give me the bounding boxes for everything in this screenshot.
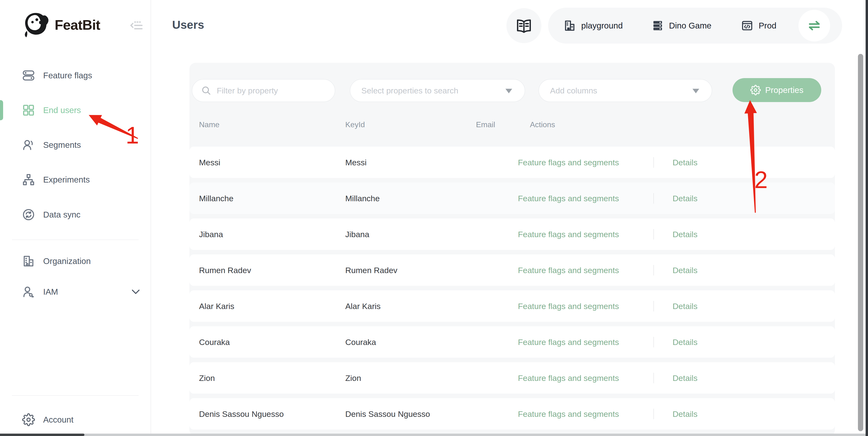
add-columns-dropdown[interactable]: Add columns (538, 79, 712, 102)
feature-flags-and-segments-link[interactable]: Feature flags and segments (518, 373, 619, 382)
action-divider (653, 373, 654, 383)
sidebar-collapse-icon[interactable] (129, 18, 144, 33)
environment-name: Prod (759, 21, 776, 30)
properties-button-label: Properties (765, 85, 804, 95)
table-row: Denis Sassou Nguesso Denis Sassou Nguess… (189, 398, 835, 430)
cell-keyid: Zion (345, 373, 361, 382)
search-icon (201, 85, 212, 96)
table-row: Millanche Millanche Feature flags and se… (189, 182, 835, 214)
env-group-name: Dino Game (669, 21, 711, 30)
sidebar-item-data-sync[interactable]: Data sync (0, 202, 151, 227)
sidebar-item-label: Data sync (43, 210, 81, 220)
column-header-keyid: KeyId (345, 120, 365, 129)
details-link[interactable]: Details (673, 265, 698, 275)
featbit-wordmark: FeatBit (55, 17, 100, 33)
feature-flags-and-segments-link[interactable]: Feature flags and segments (518, 409, 619, 418)
page-title: Users (172, 18, 204, 31)
sidebar-item-label: IAM (43, 287, 58, 297)
cell-name: Jibana (199, 230, 223, 239)
properties-button[interactable]: Properties (733, 78, 821, 102)
documentation-button[interactable] (506, 8, 541, 43)
details-link[interactable]: Details (673, 337, 698, 347)
horizontal-scrollbar[interactable] (0, 434, 84, 436)
environment-switcher: playground Dino Game (548, 8, 842, 44)
details-link[interactable]: Details (673, 373, 698, 382)
feature-flags-and-segments-link[interactable]: Feature flags and segments (518, 265, 619, 275)
details-link[interactable]: Details (673, 158, 698, 167)
window-right-edge (866, 0, 868, 436)
book-icon (516, 17, 532, 34)
sidebar: FeatBit Feature flags End u (0, 0, 151, 436)
details-link[interactable]: Details (673, 194, 698, 203)
details-link[interactable]: Details (673, 409, 698, 418)
table-row: Messi Messi Feature flags and segments D… (189, 146, 835, 178)
cell-name: Zion (199, 373, 215, 382)
sidebar-divider (12, 240, 138, 240)
env-group-selector[interactable]: Dino Game (652, 8, 711, 44)
cell-name: Millanche (199, 194, 234, 203)
table-header-row: Name KeyId Email Actions (189, 112, 835, 137)
caret-down-icon (505, 89, 512, 93)
sidebar-item-experiments[interactable]: Experiments (0, 167, 151, 192)
details-link[interactable]: Details (673, 301, 698, 311)
action-divider (653, 409, 654, 419)
cell-keyid: Jibana (345, 230, 369, 239)
column-header-actions: Actions (530, 120, 555, 129)
organization-icon (22, 255, 35, 268)
action-divider (653, 157, 654, 168)
cell-keyid: Rumen Radev (345, 265, 397, 275)
sidebar-item-label: Organization (43, 256, 91, 266)
action-divider (653, 301, 654, 311)
chevron-down-icon (131, 289, 140, 294)
table-row: Zion Zion Feature flags and segments Det… (189, 362, 835, 394)
feature-flags-and-segments-link[interactable]: Feature flags and segments (518, 230, 619, 239)
feature-flags-and-segments-link[interactable]: Feature flags and segments (518, 158, 619, 167)
feature-flags-and-segments-link[interactable]: Feature flags and segments (518, 337, 619, 347)
select-properties-placeholder: Select properties to search (361, 86, 458, 95)
building-icon (563, 20, 576, 32)
code-window-icon (741, 20, 753, 32)
segments-icon (22, 138, 35, 152)
sidebar-item-segments[interactable]: Segments (0, 132, 151, 157)
environment-selector[interactable]: Prod (741, 8, 776, 44)
sidebar-item-label: Account (43, 415, 73, 425)
filter-search-box (192, 79, 335, 102)
action-divider (653, 337, 654, 347)
vertical-scrollbar[interactable] (858, 54, 863, 431)
servers-icon (652, 20, 664, 32)
cell-keyid: Messi (345, 158, 367, 167)
cell-name: Rumen Radev (199, 265, 251, 275)
sidebar-divider (12, 395, 138, 396)
gear-icon (22, 413, 35, 426)
cell-keyid: Denis Sassou Nguesso (345, 409, 430, 418)
table-row: Rumen Radev Rumen Radev Feature flags an… (189, 255, 835, 286)
sidebar-item-iam[interactable]: IAM (0, 279, 151, 304)
select-properties-dropdown[interactable]: Select properties to search (350, 79, 525, 102)
iam-icon (22, 285, 35, 298)
filter-by-property-input[interactable] (217, 79, 330, 102)
data-sync-icon (22, 208, 35, 221)
featbit-users-page: FeatBit Feature flags End u (0, 0, 868, 436)
end-users-icon (22, 104, 35, 117)
cell-keyid: Couraka (345, 337, 376, 347)
details-link[interactable]: Details (673, 230, 698, 239)
sidebar-item-organization[interactable]: Organization (0, 249, 151, 274)
add-columns-placeholder: Add columns (550, 86, 597, 95)
sidebar-item-feature-flags[interactable]: Feature flags (0, 63, 151, 88)
project-name: playground (581, 21, 623, 30)
caret-down-icon (692, 89, 699, 93)
sidebar-item-label: Segments (43, 140, 81, 150)
feature-flags-and-segments-link[interactable]: Feature flags and segments (518, 194, 619, 203)
action-divider (653, 193, 654, 204)
project-selector[interactable]: playground (563, 8, 623, 44)
sidebar-item-account[interactable]: Account (0, 407, 151, 432)
feature-flags-and-segments-link[interactable]: Feature flags and segments (518, 301, 619, 311)
users-panel: Select properties to search Add columns … (189, 63, 835, 436)
switch-environment-button[interactable] (799, 10, 830, 41)
sidebar-item-end-users[interactable]: End users (0, 98, 151, 123)
sidebar-item-label: Feature flags (43, 71, 92, 80)
table-row: Couraka Couraka Feature flags and segmen… (189, 326, 835, 358)
cell-name: Messi (199, 158, 220, 167)
cell-name: Couraka (199, 337, 230, 347)
user-table-body: Messi Messi Feature flags and segments D… (189, 146, 835, 434)
